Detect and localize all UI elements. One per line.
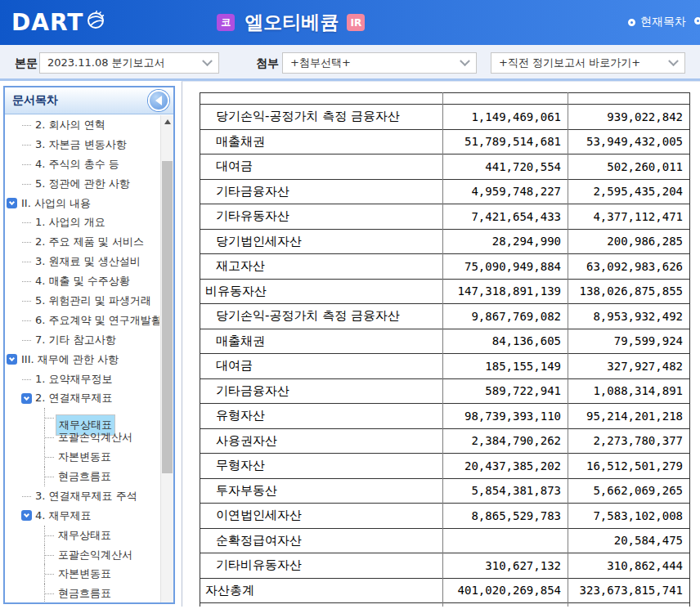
toc-item-label[interactable]: 2. 회사의 연혁 bbox=[33, 117, 108, 133]
tree-expander-icon[interactable] bbox=[21, 510, 32, 521]
toc-item-label[interactable]: 5. 정관에 관한 사항 bbox=[33, 176, 132, 192]
table-row: 매출채권51,789,514,68153,949,432,005 bbox=[200, 129, 690, 154]
current-period-value-cell: 147,318,891,139 bbox=[443, 279, 568, 304]
sidebar-header: 문서목차 bbox=[5, 87, 173, 114]
toc-item: 5. 위험관리 및 파생거래 bbox=[5, 291, 159, 311]
prior-period-value-cell: 16,512,501,279 bbox=[568, 454, 690, 479]
previous-report-shortcut-value: +직전 정기보고서 바로가기+ bbox=[499, 56, 640, 70]
current-toc-label: 현재목차 bbox=[640, 15, 686, 29]
toc-item-label[interactable]: 4. 매출 및 수주상황 bbox=[33, 273, 132, 289]
account-name-cell: 비유동자산 bbox=[200, 279, 443, 304]
toc-item-label[interactable]: 4. 재무제표 bbox=[33, 508, 94, 524]
prior-period-value-cell: 20,584,475 bbox=[568, 528, 690, 553]
chevron-down-icon bbox=[202, 56, 213, 66]
account-name-cell bbox=[200, 93, 443, 105]
table-row: 기타금융자산589,722,9411,088,314,891 bbox=[200, 378, 690, 404]
account-name-cell: 기타유동자산 bbox=[200, 204, 443, 230]
toc-item-label[interactable]: 1. 사업의 개요 bbox=[33, 214, 108, 231]
chevron-down-icon bbox=[460, 56, 470, 66]
toc-item-label[interactable]: 3. 원재료 및 생산설비 bbox=[33, 253, 143, 270]
table-row: 사용권자산2,384,790,2622,273,780,377 bbox=[200, 428, 690, 454]
tree-expander-icon[interactable] bbox=[7, 354, 17, 365]
prior-period-value-cell: 323,673,815,741 bbox=[568, 578, 690, 603]
toc-item: 자본변동표 bbox=[5, 447, 159, 467]
table-row: 무형자산20,437,385,20216,512,501,279 bbox=[200, 454, 690, 479]
account-name-cell: 기타금융자산 bbox=[200, 378, 443, 404]
toc-item-label[interactable]: 재무상태표 bbox=[56, 527, 114, 544]
account-name-cell: 당기법인세자산 bbox=[200, 229, 443, 254]
document-content-pane: 당기손익-공정가치 측정 금융자산1,149,469,061939,022,84… bbox=[182, 81, 700, 607]
toc-item: 3. 원재료 및 생산설비 bbox=[5, 252, 159, 271]
dart-logo[interactable]: DART bbox=[11, 9, 106, 36]
toc-item-label[interactable]: 6. 주요계약 및 연구개발활동 bbox=[33, 312, 159, 329]
arrow-left-icon bbox=[150, 96, 162, 105]
toc-item: 1. 요약재무정보 bbox=[5, 369, 159, 389]
company-name: 엘오티베큠 bbox=[245, 10, 339, 35]
current-period-value-cell: 1,149,469,061 bbox=[443, 105, 568, 130]
ir-badge[interactable]: IR bbox=[347, 14, 365, 31]
toc-item: 3. 연결재무제표 주석 bbox=[5, 486, 159, 506]
prior-period-value-cell: 53,949,432,005 bbox=[568, 129, 690, 154]
toc-item-label[interactable]: 2. 주요 제품 및 서비스 bbox=[33, 234, 146, 250]
toc-item-label[interactable]: 3. 연결재무제표 주석 bbox=[33, 488, 140, 504]
toc-item-label[interactable]: 4. 주식의 총수 등 bbox=[33, 156, 122, 172]
scrollbar-thumb[interactable] bbox=[162, 161, 173, 473]
toc-item: 현금흐름표 bbox=[5, 467, 159, 486]
current-period-value-cell: 401,020,269,854 bbox=[443, 578, 568, 603]
toc-item-label[interactable]: 현금흐름표 bbox=[56, 468, 114, 485]
tree-expander-icon[interactable] bbox=[7, 198, 17, 208]
account-name-cell: 사용권자산 bbox=[200, 428, 443, 454]
account-name-cell: 당기손익-공정가치 측정 금융자산 bbox=[200, 304, 443, 329]
tree-expander-icon[interactable] bbox=[21, 393, 32, 404]
attachment-select[interactable]: +첨부선택+ bbox=[282, 52, 477, 74]
table-row: 대여금185,155,149327,927,482 bbox=[200, 354, 690, 379]
previous-report-shortcut-select[interactable]: +직전 정기보고서 바로가기+ bbox=[491, 52, 685, 74]
current-period-value-cell: 28,294,990 bbox=[443, 229, 568, 254]
sidebar-collapse-button[interactable] bbox=[148, 90, 169, 111]
toc-item-label[interactable]: 5. 위험관리 및 파생거래 bbox=[33, 293, 154, 309]
account-name-cell: 재고자산 bbox=[200, 254, 443, 280]
toc-item-label[interactable]: 1. 요약재무정보 bbox=[33, 371, 115, 387]
toc-item-label[interactable]: 7. 기타 참고사항 bbox=[33, 332, 119, 348]
radio-circle-icon-clipped[interactable] bbox=[694, 17, 700, 25]
table-row: 기타비유동자산310,627,132310,862,444 bbox=[200, 553, 690, 579]
scrollbar-up-button[interactable] bbox=[161, 115, 173, 128]
toc-item: 4. 매출 및 수주상황 bbox=[5, 271, 159, 291]
toc-item-label[interactable]: II. 사업의 내용 bbox=[19, 195, 93, 212]
prior-period-value-cell: 5,662,069,265 bbox=[568, 478, 690, 504]
current-period-value-cell: 310,627,132 bbox=[443, 553, 568, 579]
toc-item-label[interactable]: 자본변동표 bbox=[56, 449, 114, 465]
market-kosdaq-badge: 코 bbox=[217, 14, 235, 31]
current-period-value-cell: 5,854,381,873 bbox=[443, 478, 568, 504]
toolbar: 본문 2023.11.08 분기보고서 첨부 +첨부선택+ +직전 정기보고서 … bbox=[0, 45, 700, 81]
account-name-cell: 투자부동산 bbox=[200, 478, 443, 504]
toc-item-label[interactable]: 자본변동표 bbox=[56, 566, 114, 582]
toc-item-label[interactable]: 포괄손익계산서 bbox=[56, 429, 135, 446]
prior-period-value-cell: 8,953,932,492 bbox=[568, 304, 690, 329]
toc-item: 재무상태표 bbox=[5, 526, 159, 545]
toc-item-label[interactable]: 현금흐름표 bbox=[56, 585, 114, 602]
prior-period-value-cell: 2,273,780,377 bbox=[568, 428, 690, 454]
account-name-cell: 대여금 bbox=[200, 354, 443, 379]
toc-item: 재무상태표 bbox=[5, 408, 159, 428]
toc-item: 1. 사업의 개요 bbox=[5, 213, 159, 232]
toc-item: II. 사업의 내용 bbox=[5, 194, 159, 213]
current-period-value-cell: 589,722,941 bbox=[443, 378, 568, 404]
prior-period-value-cell: 502,260,011 bbox=[568, 154, 690, 180]
account-name-cell: 매출채권 bbox=[200, 129, 443, 154]
current-period-value-cell: 4,959,748,227 bbox=[443, 179, 568, 204]
toc-item-label[interactable]: 포괄손익계산서 bbox=[56, 547, 135, 563]
document-version-value: 2023.11.08 분기보고서 bbox=[47, 56, 165, 70]
doc-select-label: 본문 bbox=[15, 56, 38, 71]
sidebar-scrollbar[interactable] bbox=[160, 115, 173, 602]
current-toc-radio[interactable]: 현재목차 bbox=[628, 15, 686, 29]
toc-item-label[interactable]: III. 재무에 관한 사항 bbox=[19, 352, 121, 368]
toc-item-label[interactable]: 2. 연결재무제표 bbox=[33, 390, 115, 406]
toc-item: 2. 연결재무제표 bbox=[5, 388, 159, 408]
attachment-select-value: +첨부선택+ bbox=[290, 56, 351, 70]
document-version-select[interactable]: 2023.11.08 분기보고서 bbox=[39, 52, 219, 74]
toc-item-label[interactable]: 3. 자본금 변동사항 bbox=[33, 137, 129, 153]
table-row: 순확정급여자산20,584,475 bbox=[200, 528, 690, 553]
table-row bbox=[200, 603, 690, 607]
account-name-cell: 기타금융자산 bbox=[200, 179, 443, 204]
